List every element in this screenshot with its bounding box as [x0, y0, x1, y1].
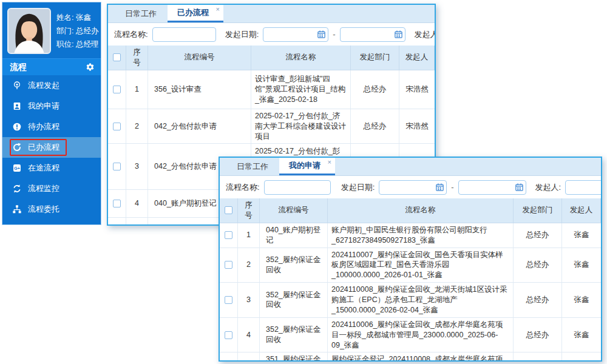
initiator-label: 发起人:	[415, 29, 435, 40]
svg-text:G+: G+	[14, 166, 20, 170]
cell-flow-name[interactable]: 2025-02-17_分包付款_济南大学工科综合楼建设设计项目	[251, 109, 351, 144]
select-all-checkbox[interactable]	[113, 53, 121, 61]
broadcast-icon	[12, 81, 22, 90]
exclaim-icon	[12, 122, 22, 132]
tab-done-flows[interactable]: 已办流程 ×	[168, 5, 223, 22]
initiator-input[interactable]	[565, 180, 601, 195]
cell-initiator: 张鑫	[562, 352, 601, 362]
my-applications-panel: 日常工作 我的申请 × 流程名称: 发起日期: - 发起人:	[219, 157, 602, 362]
sidebar-item-label: 流程监控	[28, 183, 59, 194]
close-icon[interactable]: ×	[216, 5, 220, 13]
table-row[interactable]: 1040_账户期初登记账户期初_中国民生银行股份有限公司朝阳支行_6271827…	[220, 223, 601, 248]
column-header: 发起部门	[351, 46, 399, 70]
cell-flow-code: 352_履约保证金回收	[260, 248, 328, 283]
checkbox-cell	[108, 190, 126, 217]
sidebar-item-2[interactable]: 我的申请	[2, 96, 101, 116]
checkbox-cell	[108, 144, 126, 189]
close-icon[interactable]: ×	[328, 158, 331, 166]
row-checkbox[interactable]	[225, 331, 232, 339]
column-header: 发起人	[399, 46, 435, 70]
table-row[interactable]: 4352_履约保证金回收2024110006_履约保证金回收_成都水岸华庭名苑项…	[220, 318, 601, 353]
row-checkbox[interactable]	[225, 261, 232, 269]
tab-my-applications[interactable]: 我的申请 ×	[279, 158, 335, 175]
cell-flow-code: 040_账户期初登记	[260, 223, 328, 248]
sidebar-item-label: 已办流程	[28, 142, 59, 153]
sidebar-item-5[interactable]: G+在途流程	[2, 158, 101, 178]
cell-flow-code: 356_设计审查	[148, 70, 251, 109]
cell-flow-name[interactable]: 履约保证金登记_2024110008_成都水岸华庭名苑项目一标段_张鑫_2024…	[328, 352, 514, 362]
calendar-icon[interactable]	[317, 30, 326, 39]
row-checkbox[interactable]	[113, 86, 121, 93]
column-header: 发起人	[562, 198, 601, 223]
cell-initiator: 张鑫	[562, 318, 601, 352]
filter-bar: 流程名称: 发起日期: - 发起人: 待办人:	[220, 176, 601, 198]
checkbox-cell	[220, 283, 238, 317]
table-row[interactable]: 2352_履约保证金回收2024110007_履约保证金回收_国色天香项目实体样…	[220, 248, 601, 283]
tab-daily-work[interactable]: 日常工作	[226, 158, 279, 175]
gplus-icon: G+	[12, 163, 22, 173]
refresh-icon	[12, 184, 22, 194]
table-row[interactable]: 5351_履约保证金登记履约保证金登记_2024110008_成都水岸华庭名苑项…	[220, 352, 601, 362]
row-checkbox[interactable]	[113, 163, 121, 170]
sidebar-item-3[interactable]: 待办流程	[2, 116, 101, 137]
checkbox-cell	[220, 223, 238, 248]
column-header: 流程编号	[148, 46, 251, 70]
select-all-checkbox[interactable]	[225, 206, 232, 214]
cell-flow-name[interactable]: 2024110007_履约保证金回收_国色天香项目实体样板房区域园建工程_国色天…	[328, 248, 514, 283]
sidebar-item-inner: 流程委托	[10, 201, 67, 218]
sidebar-item-8[interactable]: 被委托流程	[2, 220, 101, 225]
table-row[interactable]: 3352_履约保证金回收2024110008_履约保证金回收_龙湖天街城1区设计…	[220, 283, 601, 318]
table-row[interactable]: 2042_分包付款申请2025-02-17_分包付款_济南大学工科综合楼建设设计…	[108, 109, 435, 144]
sidebar-item-7[interactable]: 流程委托	[2, 199, 101, 220]
row-checkbox[interactable]	[225, 296, 232, 304]
sidebar-item-inner: 被委托流程	[10, 221, 75, 225]
table-row[interactable]: 1356_设计审查设计审查_彭祖新城"四馆"景观工程设计项目_结构_张鑫_202…	[108, 70, 435, 109]
cell-flow-name[interactable]: 2024110006_履约保证金回收_成都水岸华庭名苑项目一标段_成都城市管理局…	[328, 318, 514, 352]
gear-icon[interactable]	[86, 62, 95, 72]
sidebar-item-label: 我的申请	[28, 101, 59, 112]
cell-initiator: 张鑫	[562, 248, 601, 283]
row-checkbox[interactable]	[225, 361, 232, 362]
sidebar: 姓名: 张鑫 部门: 总经办 职位: 总经理 流程 流程发起我的申请待办流程已办…	[2, 2, 101, 225]
sidebar-item-4[interactable]: 已办流程	[2, 137, 101, 158]
cell-flow-code: 351_履约保证金登记	[260, 352, 328, 362]
tab-daily-work[interactable]: 日常工作	[114, 5, 168, 22]
cell-dept: 总经办	[514, 352, 562, 362]
sidebar-item-label: 在途流程	[28, 163, 59, 174]
cell-index: 4	[126, 190, 148, 217]
table-header-row: 序号流程编号流程名称发起部门发起人	[108, 46, 435, 70]
profile-name-label: 姓名:	[56, 13, 73, 22]
checkbox-cell	[220, 248, 238, 283]
user-profile: 姓名: 张鑫 部门: 总经办 职位: 总经理	[2, 2, 101, 58]
sidebar-item-label: 被委托流程	[28, 224, 67, 225]
cell-flow-code: 042_分包付款申请	[148, 109, 251, 144]
redo-icon	[12, 143, 22, 152]
cell-index: 5	[126, 218, 148, 226]
cell-dept: 总经办	[514, 223, 562, 248]
sidebar-item-label: 待办流程	[28, 121, 59, 132]
cell-flow-name[interactable]: 2024110008_履约保证金回收_龙湖天街城1区设计采购施工（EPC）总承包…	[328, 283, 514, 317]
cell-flow-code: 352_履约保证金回收	[260, 283, 328, 317]
sidebar-item-6[interactable]: 流程监控	[2, 178, 101, 199]
cell-flow-name[interactable]: 设计审查_彭祖新城"四馆"景观工程设计项目_结构_张鑫_2025-02-18	[251, 70, 351, 109]
cell-index: 1	[126, 70, 148, 109]
flow-name-input[interactable]	[152, 27, 216, 42]
row-checkbox[interactable]	[113, 200, 121, 207]
table-header-row: 序号流程编号流程名称发起部门发起人	[220, 198, 601, 223]
calendar-icon[interactable]	[435, 183, 444, 192]
tabstrip: 日常工作 我的申请 ×	[220, 158, 601, 176]
profile-dept-label: 部门:	[56, 27, 73, 35]
row-checkbox[interactable]	[225, 231, 232, 239]
cell-dept: 总经办	[514, 318, 562, 352]
cell-index: 4	[238, 318, 260, 352]
sidebar-item-1[interactable]: 流程发起	[2, 75, 101, 96]
cell-dept: 总经办	[514, 248, 562, 283]
row-checkbox[interactable]	[113, 123, 121, 130]
flow-name-input[interactable]	[264, 180, 331, 195]
cell-index: 2	[126, 109, 148, 144]
cell-flow-name[interactable]: 账户期初_中国民生银行股份有限公司朝阳支行_627182738495092718…	[328, 223, 514, 248]
calendar-icon[interactable]	[515, 183, 524, 192]
filter-bar: 流程名称: 发起日期: - 发起人:	[108, 23, 435, 46]
sidebar-item-inner: G+在途流程	[10, 160, 67, 177]
calendar-icon[interactable]	[394, 30, 403, 39]
